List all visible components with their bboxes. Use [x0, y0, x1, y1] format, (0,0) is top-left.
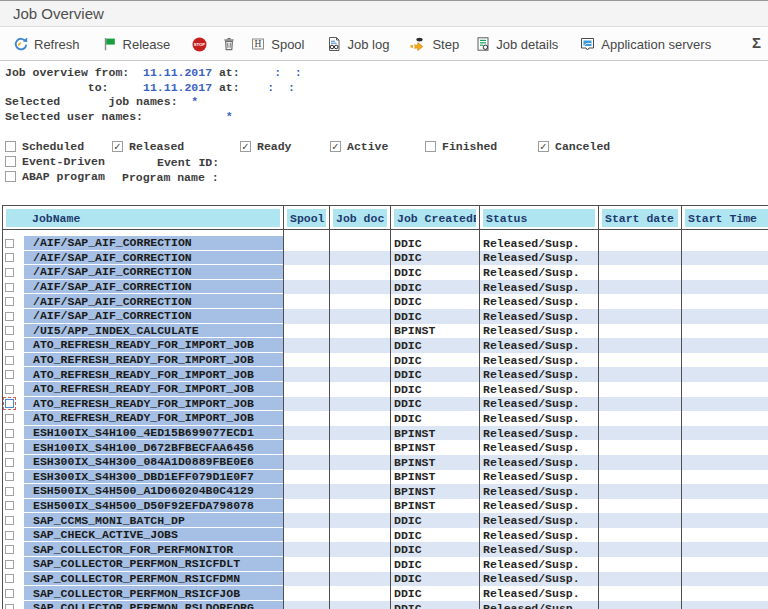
job-name-cell[interactable]: /AIF/SAP_AIF_CORRECTION	[23, 251, 284, 266]
job-name-cell[interactable]: ATO_REFRESH_READY_FOR_IMPORT_JOB	[23, 338, 284, 353]
row-checkbox[interactable]	[5, 370, 14, 379]
delete-button[interactable]	[221, 36, 237, 52]
job-row[interactable]: ESH500IX_S4H500_D50F92EFDA798078BPINSTRe…	[3, 499, 768, 514]
scheduled-checkbox[interactable]	[5, 141, 16, 152]
application-servers-button[interactable]: Application servers	[579, 36, 711, 52]
active-checkbox[interactable]: ✓	[330, 141, 341, 152]
column-header-start-date[interactable]: Start date	[599, 206, 682, 229]
filter-canceled[interactable]: ✓Canceled	[538, 140, 610, 153]
job-row[interactable]: SAP_COLLECTOR_PERFMON_RSICFDLTDDICReleas…	[3, 557, 768, 572]
job-name-cell[interactable]: SAP_COLLECTOR_FOR_PERFMONITOR	[23, 542, 284, 557]
filter-released[interactable]: ✓Released	[112, 140, 184, 153]
step-button[interactable]: Step	[409, 36, 459, 52]
column-header-job-doc[interactable]: Job doc	[330, 206, 391, 229]
sum-icon[interactable]: Σ	[752, 34, 761, 51]
row-checkbox[interactable]	[5, 443, 14, 452]
column-header-start-time[interactable]: Start Time	[682, 206, 768, 229]
job-row[interactable]: ATO_REFRESH_READY_FOR_IMPORT_JOBDDICRele…	[3, 353, 768, 368]
job-row[interactable]: ESH300IX_S4H300_084A1D0889FBE0E6BPINSTRe…	[3, 455, 768, 470]
job-row[interactable]: ESH300IX_S4H300_DBD1EFF079D1E0F7BPINSTRe…	[3, 470, 768, 485]
job-name-cell[interactable]: SAP_COLLECTOR_PERFMON_RSICFDMN	[23, 572, 284, 587]
job-row[interactable]: SAP_COLLECTOR_PERFMON_RSLDOREORGDDICRele…	[3, 601, 768, 609]
job-name-cell[interactable]: ESH500IX_S4H500_A1D060204B0C4129	[23, 484, 284, 499]
spool-button[interactable]: H Spool	[250, 36, 304, 52]
job-row[interactable]: ATO_REFRESH_READY_FOR_IMPORT_JOBDDICRele…	[3, 338, 768, 353]
row-checkbox[interactable]	[5, 604, 14, 609]
job-row[interactable]: /AIF/SAP_AIF_CORRECTIONDDICReleased/Susp…	[3, 251, 768, 266]
row-checkbox[interactable]	[5, 283, 14, 292]
job-name-cell[interactable]: ESH300IX_S4H300_084A1D0889FBE0E6	[23, 455, 284, 470]
row-checkbox[interactable]	[5, 239, 14, 248]
filter-ready[interactable]: ✓Ready	[240, 140, 292, 153]
job-row[interactable]: /AIF/SAP_AIF_CORRECTIONDDICReleased/Susp…	[3, 309, 768, 324]
canceled-checkbox[interactable]: ✓	[538, 141, 549, 152]
job-name-cell[interactable]: /AIF/SAP_AIF_CORRECTION	[23, 280, 284, 295]
row-checkbox[interactable]	[5, 589, 14, 598]
job-row[interactable]: ESH100IX_S4H100_4ED15B699077ECD1BPINSTRe…	[3, 426, 768, 441]
row-checkbox[interactable]	[5, 574, 14, 583]
job-row[interactable]: SAP_COLLECTOR_PERFMON_RSICFDMNDDICReleas…	[3, 572, 768, 587]
row-checkbox[interactable]	[5, 356, 14, 365]
event-driven-checkbox[interactable]	[5, 156, 16, 167]
row-checkbox[interactable]	[5, 516, 14, 525]
job-name-cell[interactable]: SAP_CCMS_MONI_BATCH_DP	[23, 513, 284, 528]
job-row[interactable]: SAP_COLLECTOR_FOR_PERFMONITORDDICRelease…	[3, 542, 768, 557]
row-checkbox[interactable]	[5, 501, 14, 510]
job-name-cell[interactable]: /AIF/SAP_AIF_CORRECTION	[23, 294, 284, 309]
row-checkbox[interactable]	[5, 487, 14, 496]
job-row[interactable]: /AIF/SAP_AIF_CORRECTIONDDICReleased/Susp…	[3, 280, 768, 295]
job-name-cell[interactable]: /AIF/SAP_AIF_CORRECTION	[23, 236, 284, 251]
job-name-cell[interactable]: SAP_CHECK_ACTIVE_JOBS	[23, 528, 284, 543]
job-row[interactable]: /AIF/SAP_AIF_CORRECTIONDDICReleased/Susp…	[3, 265, 768, 280]
filter-abap-program[interactable]: ABAP program	[5, 170, 105, 183]
abap-program-checkbox[interactable]	[5, 171, 16, 182]
ready-checkbox[interactable]: ✓	[240, 141, 251, 152]
job-name-cell[interactable]: ATO_REFRESH_READY_FOR_IMPORT_JOB	[23, 382, 284, 397]
job-log-button[interactable]: Job log	[326, 36, 389, 52]
row-checkbox[interactable]	[5, 297, 14, 306]
job-name-cell[interactable]: SAP_COLLECTOR_PERFMON_RSICFJOB	[23, 586, 284, 601]
row-checkbox[interactable]	[5, 399, 14, 408]
job-row[interactable]: ESH500IX_S4H500_A1D060204B0C4129BPINSTRe…	[3, 484, 768, 499]
job-row[interactable]: SAP_CHECK_ACTIVE_JOBSDDICReleased/Susp.	[3, 528, 768, 543]
filter-scheduled[interactable]: Scheduled	[5, 140, 84, 153]
column-header-status[interactable]: Status	[480, 206, 599, 229]
job-name-cell[interactable]: ATO_REFRESH_READY_FOR_IMPORT_JOB	[23, 411, 284, 426]
job-name-cell[interactable]: ESH100IX_S4H100_4ED15B699077ECD1	[23, 426, 284, 441]
job-details-button[interactable]: Job details	[475, 36, 558, 52]
job-name-cell[interactable]: ATO_REFRESH_READY_FOR_IMPORT_JOB	[23, 367, 284, 382]
job-row[interactable]: ATO_REFRESH_READY_FOR_IMPORT_JOBDDICRele…	[3, 367, 768, 382]
job-name-cell[interactable]: ATO_REFRESH_READY_FOR_IMPORT_JOB	[23, 353, 284, 368]
column-header-job-createdb[interactable]: Job CreatedB	[391, 206, 480, 229]
job-name-cell[interactable]: ESH500IX_S4H500_D50F92EFDA798078	[23, 499, 284, 514]
row-checkbox[interactable]	[5, 268, 14, 277]
job-row[interactable]: ATO_REFRESH_READY_FOR_IMPORT_JOBDDICRele…	[3, 382, 768, 397]
job-row[interactable]: /AIF/SAP_AIF_CORRECTIONDDICReleased/Susp…	[3, 236, 768, 251]
released-checkbox[interactable]: ✓	[112, 141, 123, 152]
job-row[interactable]: SAP_COLLECTOR_PERFMON_RSICFJOBDDICReleas…	[3, 586, 768, 601]
filter-finished[interactable]: Finished	[425, 140, 497, 153]
refresh-button[interactable]: Refresh	[13, 36, 80, 52]
filter-event-driven[interactable]: Event-Driven	[5, 155, 105, 168]
row-checkbox[interactable]	[5, 458, 14, 467]
row-checkbox[interactable]	[5, 341, 14, 350]
stop-button[interactable]: STOP	[191, 36, 208, 53]
job-name-cell[interactable]: SAP_COLLECTOR_PERFMON_RSICFDLT	[23, 557, 284, 572]
row-checkbox[interactable]	[5, 531, 14, 540]
row-checkbox[interactable]	[5, 429, 14, 438]
job-row[interactable]: ATO_REFRESH_READY_FOR_IMPORT_JOBDDICRele…	[3, 411, 768, 426]
release-button[interactable]: Release	[102, 36, 171, 52]
row-checkbox[interactable]	[5, 385, 14, 394]
column-header-spool[interactable]: Spool	[284, 206, 330, 229]
row-checkbox[interactable]	[5, 253, 14, 262]
row-checkbox[interactable]	[5, 472, 14, 481]
job-row[interactable]: SAP_CCMS_MONI_BATCH_DPDDICReleased/Susp.	[3, 513, 768, 528]
filter-active[interactable]: ✓Active	[330, 140, 388, 153]
row-checkbox[interactable]	[5, 326, 14, 335]
job-name-cell[interactable]: /AIF/SAP_AIF_CORRECTION	[23, 265, 284, 280]
row-checkbox[interactable]	[5, 560, 14, 569]
finished-checkbox[interactable]	[425, 141, 436, 152]
column-header-jobname[interactable]: JobName	[3, 206, 284, 229]
job-name-cell[interactable]: /AIF/SAP_AIF_CORRECTION	[23, 309, 284, 324]
job-row[interactable]: /AIF/SAP_AIF_CORRECTIONDDICReleased/Susp…	[3, 294, 768, 309]
